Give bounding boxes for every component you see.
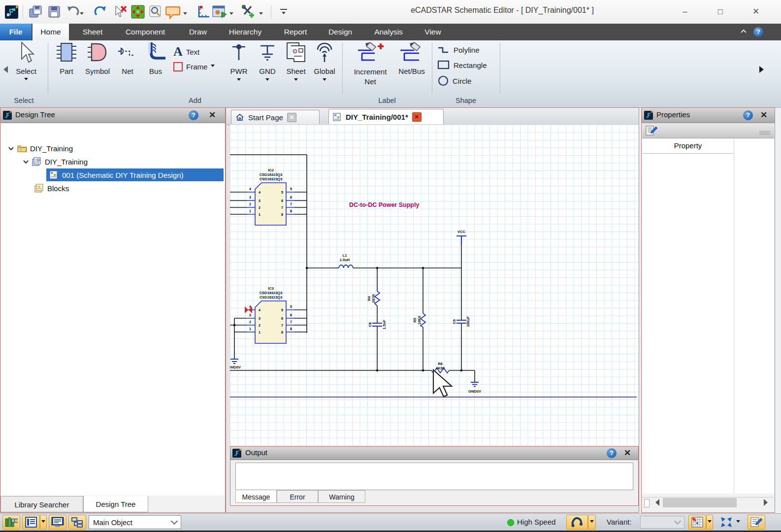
c9-ref[interactable]: C9 [452, 319, 456, 324]
image-view-icon[interactable] [212, 4, 228, 20]
menu-tab-draw[interactable]: Draw [178, 24, 218, 40]
tree-node-blocks[interactable]: Blocks [34, 182, 69, 195]
pan-move-button[interactable] [718, 515, 735, 530]
gnd-dropdown-caret[interactable] [265, 78, 269, 83]
properties-help-icon[interactable]: ? [743, 110, 753, 120]
comment-dropdown-caret[interactable] [183, 10, 187, 19]
delete-mode-icon[interactable] [112, 4, 128, 20]
capacitor-c9[interactable] [456, 320, 466, 323]
main-object-select[interactable]: Main Object [89, 515, 181, 529]
comment-icon[interactable] [165, 4, 181, 20]
cross-probe-dropdown[interactable] [588, 515, 596, 530]
l1-ref[interactable]: L1 [343, 253, 347, 258]
inductor-l1[interactable] [339, 265, 353, 268]
properties-hscrollbar[interactable] [642, 497, 774, 508]
undo-dropdown-caret[interactable] [80, 10, 84, 19]
select-button[interactable]: Select [11, 41, 41, 84]
c8-ref[interactable]: C8 [368, 322, 372, 327]
design-tree-help-icon[interactable]: ? [189, 110, 198, 120]
ribbon-scroll-right[interactable] [759, 66, 767, 73]
display-frame-button[interactable] [49, 515, 66, 530]
edit-sheet-button[interactable] [748, 515, 765, 530]
scroll-left-icon[interactable] [652, 499, 659, 506]
zoom-selection-icon[interactable] [148, 4, 163, 20]
ic2-body[interactable] [255, 183, 286, 225]
tab-library-searcher[interactable]: Library Searcher [0, 496, 83, 512]
hierarchy-view-button[interactable] [68, 515, 86, 530]
properties-column-header[interactable]: Property [642, 138, 734, 154]
r4-ref[interactable]: R4 [367, 296, 371, 301]
save-all-icon[interactable] [28, 4, 43, 20]
add-part-button[interactable]: Part [52, 41, 81, 75]
ic3-ref[interactable]: IC3 [268, 286, 274, 291]
minimize-button[interactable]: – [674, 4, 696, 20]
tab-design-tree[interactable]: Design Tree [83, 496, 148, 512]
gnd-right-label[interactable]: GND0V [468, 389, 481, 394]
undo-icon[interactable] [65, 4, 81, 20]
redo-icon[interactable] [93, 4, 108, 20]
gnd-symbol-right[interactable] [471, 382, 479, 387]
edit-properties-icon[interactable] [645, 125, 658, 138]
label-net-bus-button[interactable]: Net/Bus [395, 41, 428, 75]
close-button[interactable]: ✕ [745, 4, 767, 20]
menu-tab-component[interactable]: Component [116, 24, 174, 40]
tree-node-project[interactable]: DIY_Training [8, 142, 73, 155]
customize-tools-icon[interactable] [241, 4, 257, 20]
capacitor-c8[interactable] [372, 323, 382, 326]
gnd-left-label[interactable]: GND0V [230, 365, 241, 369]
menu-tab-report[interactable]: Report [275, 24, 316, 40]
tab-diy-training-001[interactable]: DIY_Training/001* ✕ [328, 109, 444, 124]
grid-settings-button[interactable] [688, 515, 706, 530]
scrollbar-grip[interactable] [644, 499, 650, 507]
list-view-button[interactable] [22, 515, 40, 530]
menu-tab-home[interactable]: Home [33, 24, 69, 40]
label-increment-net-button[interactable]: Increment Net [348, 41, 394, 87]
add-text-button[interactable]: A Text [173, 45, 199, 58]
add-pwr-button[interactable]: PWR [226, 41, 252, 85]
resistor-r4[interactable] [375, 291, 380, 306]
column-divider[interactable] [734, 138, 734, 494]
menu-tab-sheet[interactable]: Sheet [73, 24, 112, 40]
pwr-dropdown-caret[interactable] [237, 78, 241, 83]
ic3-body[interactable] [255, 301, 286, 343]
ribbon-scroll-left[interactable] [0, 66, 8, 73]
gnd-symbol-left[interactable] [230, 359, 238, 364]
properties-close-icon[interactable]: ✕ [759, 110, 769, 120]
tab-close-icon[interactable]: ✕ [287, 113, 296, 122]
menu-tab-design[interactable]: Design [319, 24, 361, 40]
shape-polyline-button[interactable]: Polyline [437, 44, 480, 55]
coordinate-dimension-icon[interactable] [195, 4, 211, 20]
shape-circle-button[interactable]: Circle [437, 75, 471, 87]
help-icon[interactable]: ? [753, 27, 763, 37]
menu-tab-analysis[interactable]: Analysis [366, 24, 411, 40]
output-tab-error[interactable]: Error [277, 490, 318, 503]
r5-ref[interactable]: R5 [413, 318, 417, 323]
menu-tab-hierarchy[interactable]: Hierarchy [221, 24, 270, 40]
tree-node-sheet-001[interactable]: 001 (Schematic DIY Training Design) [49, 168, 184, 181]
tree-node-design[interactable]: DIY_Training [23, 155, 88, 168]
r6-ref[interactable]: R6 [438, 362, 443, 366]
tab-close-icon[interactable]: ✕ [412, 112, 422, 122]
select-dropdown-caret[interactable] [24, 78, 28, 82]
menu-tab-file[interactable]: File [0, 24, 32, 40]
design-tree-body[interactable]: DIY_Training DIY_Training 001 (Schematic… [1, 123, 225, 496]
output-tab-message[interactable]: Message [235, 490, 277, 503]
properties-table[interactable]: Property [642, 138, 774, 494]
output-text-area[interactable] [235, 463, 633, 490]
list-view-dropdown[interactable] [40, 515, 47, 530]
vcc-label[interactable]: VCC [457, 230, 465, 234]
schematic-canvas[interactable]: DC-to-DC Power Supply IC2 CSD16323Q3 CSD… [230, 125, 639, 445]
ribbon-collapse-icon[interactable] [740, 28, 748, 37]
add-frame-button[interactable]: Frame [173, 62, 215, 71]
cross-probe-button[interactable] [566, 515, 588, 530]
frame-dropdown-caret[interactable] [211, 65, 215, 69]
grid-dropdown[interactable] [706, 515, 713, 530]
menu-tab-view[interactable]: View [417, 24, 449, 40]
chevron-down-icon[interactable] [23, 160, 29, 164]
add-bus-button[interactable]: Bus [143, 41, 168, 75]
image-dropdown-caret[interactable] [229, 10, 233, 19]
save-icon[interactable] [46, 4, 62, 20]
output-help-icon[interactable]: ? [607, 448, 617, 458]
add-sheet-button[interactable]: Sheet [283, 41, 309, 85]
design-tree-close-icon[interactable]: ✕ [207, 110, 217, 120]
